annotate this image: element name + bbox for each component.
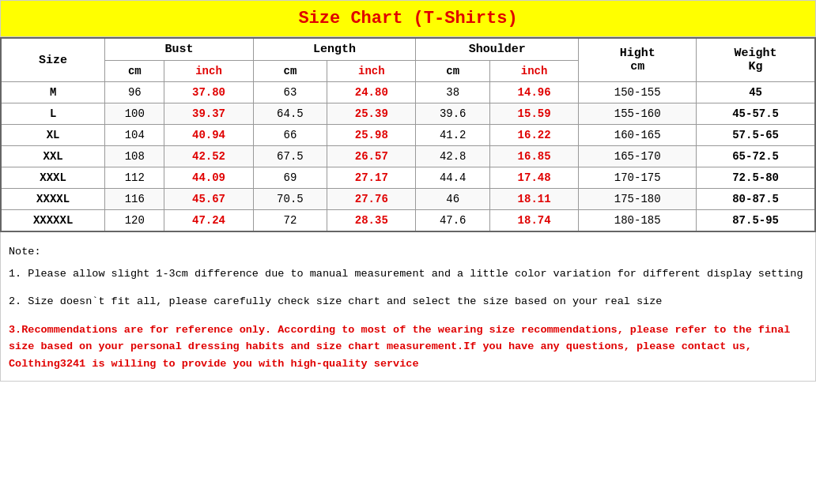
table-cell: 120	[105, 210, 164, 232]
table-row: XL10440.946625.9841.216.22160-16557.5-65	[1, 125, 815, 146]
col-size: Size	[1, 38, 105, 82]
table-cell: 108	[105, 146, 164, 167]
table-cell: XL	[1, 125, 105, 146]
sho-cm-header: cm	[416, 61, 490, 82]
table-row: XXXL11244.096927.1744.417.48170-17572.5-…	[1, 167, 815, 189]
table-cell: 65-72.5	[697, 146, 815, 167]
notes-title: Note:	[9, 243, 807, 261]
hight-sub: cm	[630, 60, 644, 73]
table-cell: 24.80	[327, 82, 416, 103]
table-cell: XXXXXL	[1, 210, 105, 232]
table-cell: 100	[105, 103, 164, 125]
table-cell: 47.24	[164, 210, 253, 232]
size-chart-table: Size Bust Length Shoulder Hightcm Weight…	[0, 37, 816, 232]
table-row: XXL10842.5267.526.5742.816.85165-17065-7…	[1, 146, 815, 167]
table-cell: 155-160	[579, 103, 697, 125]
col-hight: Hightcm	[579, 38, 697, 82]
table-cell: 26.57	[327, 146, 416, 167]
table-cell: 112	[105, 167, 164, 189]
table-cell: 69	[253, 167, 327, 189]
table-cell: 37.80	[164, 82, 253, 103]
table-row: M9637.806324.803814.96150-15545	[1, 82, 815, 103]
table-cell: 150-155	[579, 82, 697, 103]
len-cm-header: cm	[253, 61, 327, 82]
bust-inch-header: inch	[164, 61, 253, 82]
table-cell: 27.17	[327, 167, 416, 189]
table-cell: 39.37	[164, 103, 253, 125]
table-cell: 72	[253, 210, 327, 232]
table-cell: 44.09	[164, 167, 253, 189]
table-cell: 160-165	[579, 125, 697, 146]
table-cell: 80-87.5	[697, 189, 815, 210]
table-cell: 67.5	[253, 146, 327, 167]
table-cell: 96	[105, 82, 164, 103]
note-3: 3.Recommendations are for reference only…	[9, 322, 807, 373]
table-cell: 40.94	[164, 125, 253, 146]
table-row: XXXXL11645.6770.527.764618.11175-18080-8…	[1, 189, 815, 210]
title-bar: Size Chart (T-Shirts)	[0, 0, 816, 37]
table-cell: XXL	[1, 146, 105, 167]
table-cell: XXXL	[1, 167, 105, 189]
col-length: Length	[253, 38, 416, 61]
len-inch-header: inch	[327, 61, 416, 82]
table-cell: 72.5-80	[697, 167, 815, 189]
table-cell: 66	[253, 125, 327, 146]
table-cell: 46	[416, 189, 490, 210]
table-cell: 25.98	[327, 125, 416, 146]
table-cell: M	[1, 82, 105, 103]
table-cell: 170-175	[579, 167, 697, 189]
table-cell: 41.2	[416, 125, 490, 146]
table-cell: 45-57.5	[697, 103, 815, 125]
table-cell: XXXXL	[1, 189, 105, 210]
table-cell: 175-180	[579, 189, 697, 210]
table-cell: 18.11	[490, 189, 579, 210]
bust-cm-header: cm	[105, 61, 164, 82]
sho-inch-header: inch	[490, 61, 579, 82]
table-cell: 25.39	[327, 103, 416, 125]
table-row: XXXXXL12047.247228.3547.618.74180-18587.…	[1, 210, 815, 232]
table-cell: 87.5-95	[697, 210, 815, 232]
page-container: Size Chart (T-Shirts) Size Bust Length S…	[0, 0, 816, 382]
table-cell: 42.52	[164, 146, 253, 167]
weight-sub: Kg	[749, 60, 763, 73]
table-cell: 16.22	[490, 125, 579, 146]
table-cell: 42.8	[416, 146, 490, 167]
table-cell: 28.35	[327, 210, 416, 232]
table-cell: 64.5	[253, 103, 327, 125]
table-cell: 44.4	[416, 167, 490, 189]
col-weight: WeightKg	[697, 38, 815, 82]
table-cell: 180-185	[579, 210, 697, 232]
table-row: L10039.3764.525.3939.615.59155-16045-57.…	[1, 103, 815, 125]
table-cell: L	[1, 103, 105, 125]
note-2: 2. Size doesn`t fit all, please carefull…	[9, 293, 807, 310]
table-cell: 18.74	[490, 210, 579, 232]
notes-section: Note: 1. Please allow slight 1-3cm diffe…	[0, 232, 816, 382]
table-cell: 47.6	[416, 210, 490, 232]
table-cell: 14.96	[490, 82, 579, 103]
table-cell: 57.5-65	[697, 125, 815, 146]
table-cell: 27.76	[327, 189, 416, 210]
col-shoulder: Shoulder	[416, 38, 579, 61]
table-cell: 38	[416, 82, 490, 103]
table-cell: 104	[105, 125, 164, 146]
note-1: 1. Please allow slight 1-3cm difference …	[9, 265, 807, 283]
table-cell: 16.85	[490, 146, 579, 167]
table-cell: 116	[105, 189, 164, 210]
table-cell: 70.5	[253, 189, 327, 210]
table-cell: 45	[697, 82, 815, 103]
table-cell: 63	[253, 82, 327, 103]
table-cell: 45.67	[164, 189, 253, 210]
page-title: Size Chart (T-Shirts)	[298, 9, 517, 28]
table-cell: 15.59	[490, 103, 579, 125]
table-cell: 39.6	[416, 103, 490, 125]
table-cell: 165-170	[579, 146, 697, 167]
col-bust: Bust	[105, 38, 253, 61]
table-cell: 17.48	[490, 167, 579, 189]
